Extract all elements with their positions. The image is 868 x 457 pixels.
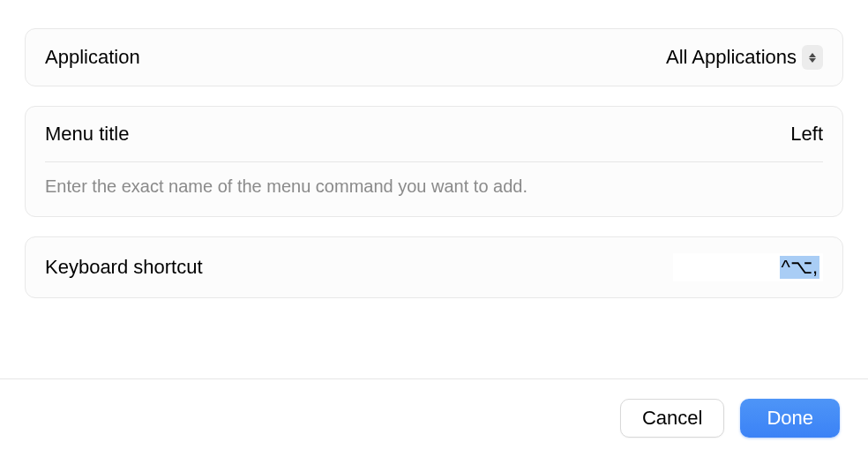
application-row[interactable]: Application All Applications <box>26 29 842 86</box>
application-panel: Application All Applications <box>25 28 843 86</box>
application-value: All Applications <box>666 46 797 69</box>
menu-helper-text: Enter the exact name of the menu command… <box>26 162 842 216</box>
menu-title-panel: Menu title Left Enter the exact name of … <box>25 106 843 217</box>
keyboard-shortcut-row[interactable]: Keyboard shortcut ^⌥, <box>26 237 842 297</box>
keyboard-shortcut-label: Keyboard shortcut <box>45 256 203 279</box>
updown-chevron-icon <box>802 45 823 70</box>
menu-title-row[interactable]: Menu title Left <box>26 107 842 161</box>
application-label: Application <box>45 46 140 69</box>
keyboard-shortcut-panel: Keyboard shortcut ^⌥, <box>25 236 843 298</box>
menu-title-value[interactable]: Left <box>790 123 823 146</box>
application-selector[interactable]: All Applications <box>666 45 823 70</box>
footer: Cancel Done <box>0 378 868 457</box>
menu-title-label: Menu title <box>45 123 129 146</box>
keyboard-shortcut-input[interactable]: ^⌥, <box>673 253 823 281</box>
done-button[interactable]: Done <box>740 399 840 438</box>
cancel-button[interactable]: Cancel <box>620 399 724 438</box>
keyboard-shortcut-value: ^⌥, <box>780 256 819 279</box>
